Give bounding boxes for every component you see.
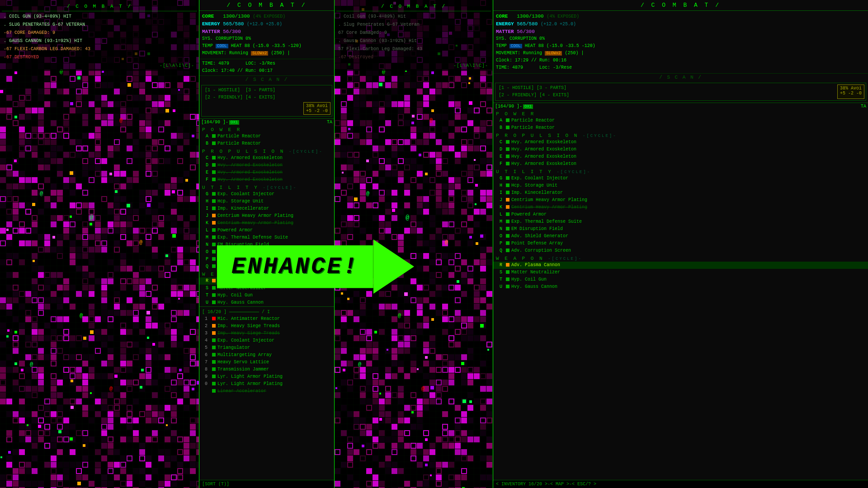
center-inv-5[interactable]: 5Triangulator (202, 344, 331, 352)
center-clock-line: Clock: 17:40 // Run: 00:17 (202, 67, 331, 75)
right-scan-block: [1 - HOSTILE] [3 - PARTS] [2 - FRIENDLY]… (495, 83, 866, 101)
center-scan-block: [1 - HOSTILE] [3 - PARTS] [2 - FRIENDLY]… (201, 85, 332, 117)
enhance-text: ENHANCE! (231, 253, 359, 280)
left-log-1: . COIL GUN (93-4=89%) HIT (2, 13, 197, 21)
right-bottom-bar: < INVENTORY 16/20 >-< MAP >-< ESC/? > (493, 480, 868, 488)
right-util-l[interactable]: LPowered Armor (493, 211, 868, 218)
left-map: / C O M B A T / . COIL GUN (93-4=89%) HI… (0, 0, 199, 488)
mid-log-3: 67 Core Damaged: 9 (336, 29, 491, 37)
left-log-6: -67 DESTROYED (2, 53, 197, 61)
left-combat-header: / C O M B A T / (2, 2, 197, 11)
right-prop-d[interactable]: DHvy. Armored Exoskeleton (493, 146, 868, 153)
right-util-k[interactable]: KCentrium Heavy Armor Plating (493, 204, 868, 211)
left-log-5: -67 FLEXI-CARBON LEG DAMAGED: 43 (2, 45, 197, 53)
center-inv-7[interactable]: 7Heavy Servo Lattice (202, 359, 331, 366)
right-util-p[interactable]: PPoint Defense Array (493, 240, 868, 247)
right-temp-line: TEMP COOL HEAT 88 (-15.0 -33.5 -120) (496, 42, 865, 50)
mid-log-6: -67 Destroyed (336, 53, 491, 61)
right-power-title: P O W E R (493, 110, 868, 117)
right-weapon-t[interactable]: THyp. Coil Gun (493, 276, 868, 283)
mid-combat-header: / C O M B A T / (336, 2, 491, 11)
center-combat-header: / C O M B A T / (199, 0, 334, 11)
center-inv-2[interactable]: 2Imp. Heavy Siege Treads (202, 323, 331, 330)
center-time-block: TIME: 4879 LOC: -3/Res Clock: 17:40 // R… (199, 59, 334, 76)
right-weapon-title: W E A P O N -[CYCLE]- (493, 254, 868, 262)
right-equip-header: [164/90 ]- OX1 TA (493, 103, 868, 110)
center-inv-9[interactable]: 9Lyr. Light Armor Plating (202, 373, 331, 380)
center-scan-opt1[interactable]: [1 - HOSTILE] [3 - PARTS] (203, 87, 330, 94)
right-util-g[interactable]: GExp. Coolant Injector (493, 175, 868, 182)
mid-log-2: . Slug Penetrates G-67 Veteran (336, 21, 491, 29)
center-util-title: U T I L I T Y -[CYCLE]- (199, 183, 334, 191)
right-panel: / C O M B A T / CORE 1300/1300 (4% EXPOS… (493, 0, 868, 488)
left-log-2: . SLUG PENETRATES G-67 VETERAN (2, 21, 197, 29)
right-util-h[interactable]: HHcp. Storage Unit (493, 182, 868, 189)
center-util-g[interactable]: GExp. Coolant Injector (199, 191, 334, 198)
right-power-a[interactable]: AParticle Reactor (493, 117, 868, 124)
right-clock-line: Clock: 17:29 // Run: 00:16 (496, 57, 865, 64)
center-power-a[interactable]: AParticle Reactor (199, 133, 334, 140)
center-inv-header: [ 16/20 ] ——————————— / I (202, 309, 331, 315)
center-temp-line: TEMP COOL HEAT 88 (-15.0 -33.5 -120) (202, 42, 331, 50)
center-avoid-box: 38% Avoi+5 -2 -0 (303, 102, 330, 115)
center-prop-c[interactable]: CHvy. Armored Exoskeleton (199, 155, 334, 162)
right-util-j[interactable]: JCentrium Heavy Armor Plating (493, 197, 868, 204)
center-scan-header: / S C A N / (199, 76, 334, 83)
center-prop-f[interactable]: FHvy. Armored Exoskeleton (199, 176, 334, 183)
center-inv-4[interactable]: 4Exp. Coolant Injector (202, 337, 331, 344)
center-util-j[interactable]: JCentrium Heavy Armor Plating (199, 212, 334, 220)
right-weapon-u[interactable]: UHvy. Gauss Cannon (493, 283, 868, 291)
left-map-canvas (0, 0, 199, 488)
right-power-b[interactable]: BParticle Reactor (493, 124, 868, 131)
center-util-h[interactable]: HHcp. Storage Unit (199, 198, 334, 205)
center-prop-title: P R O P U L S I O N -[CYCLE]- (199, 147, 334, 155)
right-time-line: TIME: 4879 Loc: -3/Rese (496, 64, 865, 71)
center-movement-line: MOVEMENT: Running SLOWx2 (250) | (202, 50, 331, 57)
center-util-k[interactable]: KCentrium Heavy Armor Plating (199, 220, 334, 227)
right-prop-f[interactable]: FHvy. Armored Exoskeleton (493, 160, 868, 168)
center-inv-8[interactable]: 8Transmission Jammer (202, 366, 331, 373)
center-prop-d[interactable]: DHvy. Armored Exoskeleton (199, 162, 334, 169)
enhance-box: ENHANCE! (217, 245, 373, 288)
center-util-i[interactable]: IImp. Kinecellerator (199, 205, 334, 212)
center-energy-line: ENERGY 565/580 (+12.0 +25.0) (202, 20, 331, 28)
right-prop-c[interactable]: CHvy. Armored Exoskeleton (493, 139, 868, 146)
right-weapon-r[interactable]: RAdv. Plasma Cannon (493, 262, 868, 269)
right-util-q[interactable]: QAdv. Corruption Screen (493, 247, 868, 254)
right-scan-header: / S C A N / (493, 74, 868, 81)
center-equip-header: [164/90 ]- OX1 TA (199, 118, 334, 126)
center-prop-e[interactable]: EHvy. Armored Exoskeleton (199, 169, 334, 176)
center-inv-0[interactable]: 0Lyr. Light Armor Plating (202, 380, 331, 388)
center-inv-6[interactable]: 6Multitargeting Array (202, 352, 331, 359)
center-scan-opt2[interactable]: [2 - FRIENDLY] [4 - EXITS] (203, 94, 330, 101)
right-util-o[interactable]: OAdv. Shield Generator (493, 233, 868, 240)
right-avoid-box: 38% Avoi+5 -2 -0 (837, 84, 864, 99)
right-scan-opt2[interactable]: [2 - FRIENDLY] [4 - EXITS] (497, 92, 571, 99)
left-log-4: . GAUSS CANNON (93-1=92%) HIT (2, 37, 197, 45)
center-inv-section: [ 16/20 ] ——————————— / I 1Mic. Antimatt… (199, 306, 334, 397)
right-prop-e[interactable]: EHvy. Armored Exoskeleton (493, 153, 868, 160)
right-core-line: CORE 1300/1300 (4% EXPOSED) (496, 13, 865, 20)
right-util-n[interactable]: NEM Disruption Field (493, 225, 868, 233)
right-energy-line: ENERGY 565/580 (+12.0 +25.0) (496, 20, 865, 28)
center-inv-lin[interactable]: Linear Accelerator (202, 388, 331, 395)
right-util-title: U T I L I T Y -[CYCLE]- (493, 168, 868, 175)
left-log-3: -67 CORE DAMAGED: 9 (2, 29, 197, 37)
center-stats-block: CORE 1300/1300 (4% EXPOSED) ENERGY 565/5… (199, 11, 334, 59)
center-inv-3[interactable]: 3Imp. Heavy Siege Treads (202, 330, 331, 337)
center-inv-1[interactable]: 1Mic. Antimatter Reactor (202, 315, 331, 323)
mid-log-5: 57 Flexi-Carbon Leg Damaged: 43 (336, 45, 491, 53)
enhance-overlay: ENHANCE! (217, 239, 414, 294)
right-scan-opt1[interactable]: [1 - HOSTILE] [3 - PARTS] (497, 84, 571, 92)
right-util-m[interactable]: MExp. Thermal Defense Suite (493, 218, 868, 225)
center-power-title: P O W E R (199, 126, 334, 133)
center-matter-line: MATTER 56/300 (202, 28, 331, 35)
right-util-i[interactable]: IImp. Kinecellerator (493, 189, 868, 197)
center-util-l[interactable]: LPowered Armor (199, 227, 334, 234)
enhance-arrow (373, 239, 414, 294)
center-weapon-u[interactable]: UHvy. Gauss Cannon (199, 299, 334, 306)
center-time-line: TIME: 4879 LOC: -3/Res (202, 60, 331, 67)
center-power-b[interactable]: BParticle Reactor (199, 140, 334, 147)
right-weapon-s[interactable]: SMatter Neutralizer (493, 269, 868, 276)
center-corruption-line: SYS. CORRUPTION 0% (202, 35, 331, 42)
